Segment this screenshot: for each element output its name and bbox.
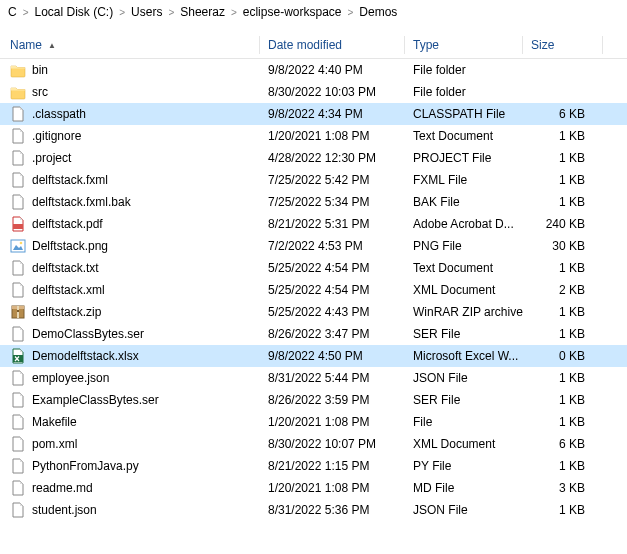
file-modified: 1/20/2021 1:08 PM: [260, 415, 405, 429]
file-size: 2 KB: [523, 283, 603, 297]
file-row[interactable]: student.json8/31/2022 5:36 PMJSON File1 …: [0, 499, 627, 521]
file-name: readme.md: [32, 481, 93, 495]
zip-icon: [10, 304, 26, 320]
file-size: 6 KB: [523, 107, 603, 121]
file-modified: 9/8/2022 4:34 PM: [260, 107, 405, 121]
breadcrumb-segment[interactable]: Users: [131, 5, 162, 19]
file-type: JSON File: [405, 371, 523, 385]
breadcrumb-segment[interactable]: Sheeraz: [180, 5, 225, 19]
chevron-right-icon: >: [23, 7, 29, 18]
file-size: 1 KB: [523, 305, 603, 319]
file-row[interactable]: .project4/28/2022 12:30 PMPROJECT File1 …: [0, 147, 627, 169]
breadcrumb-segment[interactable]: Demos: [359, 5, 397, 19]
header-size[interactable]: Size: [523, 38, 603, 52]
file-row[interactable]: readme.md1/20/2021 1:08 PMMD File3 KB: [0, 477, 627, 499]
file-row[interactable]: src8/30/2022 10:03 PMFile folder: [0, 81, 627, 103]
file-size: 1 KB: [523, 393, 603, 407]
file-name: delftstack.fxml: [32, 173, 108, 187]
file-row[interactable]: .classpath9/8/2022 4:34 PMCLASSPATH File…: [0, 103, 627, 125]
file-size: 0 KB: [523, 349, 603, 363]
file-size: 30 KB: [523, 239, 603, 253]
chevron-right-icon: >: [168, 7, 174, 18]
file-size: 1 KB: [523, 503, 603, 517]
file-modified: 8/30/2022 10:03 PM: [260, 85, 405, 99]
file-icon: [10, 326, 26, 342]
file-row[interactable]: DemoClassBytes.ser8/26/2022 3:47 PMSER F…: [0, 323, 627, 345]
file-name: bin: [32, 63, 48, 77]
file-name: delftstack.zip: [32, 305, 101, 319]
pdf-icon: [10, 216, 26, 232]
file-size: 1 KB: [523, 151, 603, 165]
breadcrumb[interactable]: C>Local Disk (C:)>Users>Sheeraz>eclipse-…: [0, 0, 627, 24]
file-icon: [10, 436, 26, 452]
file-name: Delftstack.png: [32, 239, 108, 253]
file-name: delftstack.txt: [32, 261, 99, 275]
file-type: Text Document: [405, 261, 523, 275]
file-icon: [10, 480, 26, 496]
file-row[interactable]: delftstack.pdf8/21/2022 5:31 PMAdobe Acr…: [0, 213, 627, 235]
file-size: 1 KB: [523, 195, 603, 209]
file-icon: [10, 502, 26, 518]
file-row[interactable]: Demodelftstack.xlsx9/8/2022 4:50 PMMicro…: [0, 345, 627, 367]
file-type: PNG File: [405, 239, 523, 253]
column-headers: Name ▲ Date modified Type Size: [0, 32, 627, 59]
file-type: WinRAR ZIP archive: [405, 305, 523, 319]
file-size: 1 KB: [523, 129, 603, 143]
file-icon: [10, 392, 26, 408]
file-icon: [10, 172, 26, 188]
folder-icon: [10, 62, 26, 78]
file-row[interactable]: pom.xml8/30/2022 10:07 PMXML Document6 K…: [0, 433, 627, 455]
file-modified: 8/31/2022 5:36 PM: [260, 503, 405, 517]
chevron-right-icon: >: [348, 7, 354, 18]
file-modified: 8/21/2022 5:31 PM: [260, 217, 405, 231]
chevron-right-icon: >: [119, 7, 125, 18]
file-icon: [10, 260, 26, 276]
header-name-label: Name: [10, 38, 42, 52]
file-icon: [10, 414, 26, 430]
header-modified[interactable]: Date modified: [260, 38, 405, 52]
file-name: delftstack.pdf: [32, 217, 103, 231]
file-row[interactable]: ExampleClassBytes.ser8/26/2022 3:59 PMSE…: [0, 389, 627, 411]
file-size: 1 KB: [523, 459, 603, 473]
file-modified: 7/2/2022 4:53 PM: [260, 239, 405, 253]
file-name: employee.json: [32, 371, 109, 385]
file-name: .gitignore: [32, 129, 81, 143]
xlsx-icon: [10, 348, 26, 364]
header-type[interactable]: Type: [405, 38, 523, 52]
file-name: student.json: [32, 503, 97, 517]
file-modified: 7/25/2022 5:34 PM: [260, 195, 405, 209]
file-row[interactable]: employee.json8/31/2022 5:44 PMJSON File1…: [0, 367, 627, 389]
file-name: .classpath: [32, 107, 86, 121]
file-modified: 1/20/2021 1:08 PM: [260, 481, 405, 495]
file-row[interactable]: delftstack.txt5/25/2022 4:54 PMText Docu…: [0, 257, 627, 279]
file-row[interactable]: bin9/8/2022 4:40 PMFile folder: [0, 59, 627, 81]
file-icon: [10, 370, 26, 386]
file-size: 1 KB: [523, 327, 603, 341]
file-modified: 5/25/2022 4:54 PM: [260, 261, 405, 275]
file-row[interactable]: .gitignore1/20/2021 1:08 PMText Document…: [0, 125, 627, 147]
breadcrumb-segment[interactable]: C: [8, 5, 17, 19]
png-icon: [10, 238, 26, 254]
file-size: 240 KB: [523, 217, 603, 231]
file-name: Makefile: [32, 415, 77, 429]
file-row[interactable]: Delftstack.png7/2/2022 4:53 PMPNG File30…: [0, 235, 627, 257]
breadcrumb-segment[interactable]: Local Disk (C:): [35, 5, 114, 19]
file-name: ExampleClassBytes.ser: [32, 393, 159, 407]
file-name: delftstack.xml: [32, 283, 105, 297]
file-modified: 1/20/2021 1:08 PM: [260, 129, 405, 143]
file-row[interactable]: PythonFromJava.py8/21/2022 1:15 PMPY Fil…: [0, 455, 627, 477]
file-row[interactable]: delftstack.xml5/25/2022 4:54 PMXML Docum…: [0, 279, 627, 301]
file-size: 1 KB: [523, 371, 603, 385]
file-icon: [10, 282, 26, 298]
file-row[interactable]: delftstack.fxml7/25/2022 5:42 PMFXML Fil…: [0, 169, 627, 191]
file-row[interactable]: delftstack.fxml.bak7/25/2022 5:34 PMBAK …: [0, 191, 627, 213]
file-row[interactable]: delftstack.zip5/25/2022 4:43 PMWinRAR ZI…: [0, 301, 627, 323]
file-size: 1 KB: [523, 173, 603, 187]
header-name[interactable]: Name ▲: [8, 38, 260, 52]
file-modified: 8/26/2022 3:59 PM: [260, 393, 405, 407]
file-type: Microsoft Excel W...: [405, 349, 523, 363]
file-icon: [10, 458, 26, 474]
breadcrumb-segment[interactable]: eclipse-workspace: [243, 5, 342, 19]
file-name: pom.xml: [32, 437, 77, 451]
file-row[interactable]: Makefile1/20/2021 1:08 PMFile1 KB: [0, 411, 627, 433]
